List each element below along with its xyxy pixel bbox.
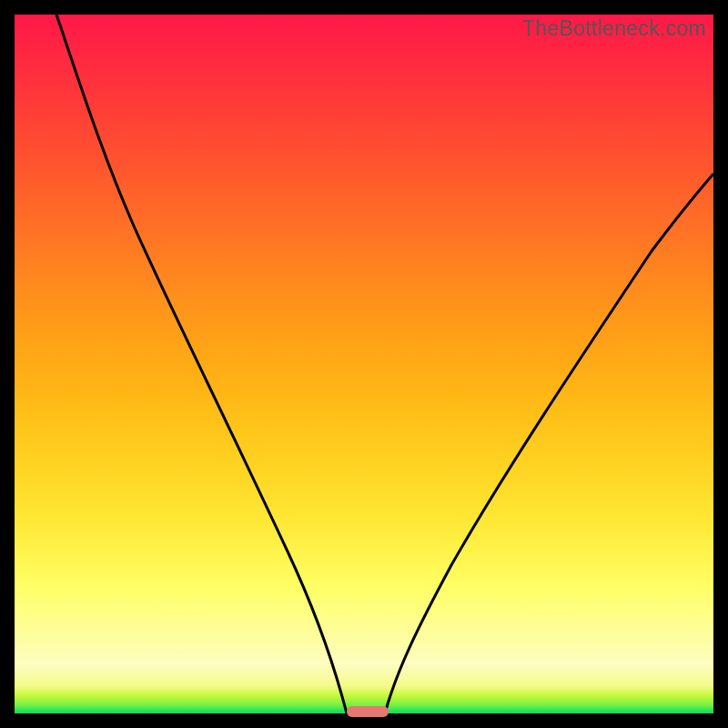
curve-right-branch — [385, 174, 713, 713]
bottleneck-curve — [15, 15, 713, 713]
plot-area: TheBottleneck.com — [15, 15, 713, 713]
chart-frame: TheBottleneck.com — [0, 0, 728, 728]
curve-left-branch — [56, 15, 347, 713]
optimal-marker — [347, 706, 389, 717]
